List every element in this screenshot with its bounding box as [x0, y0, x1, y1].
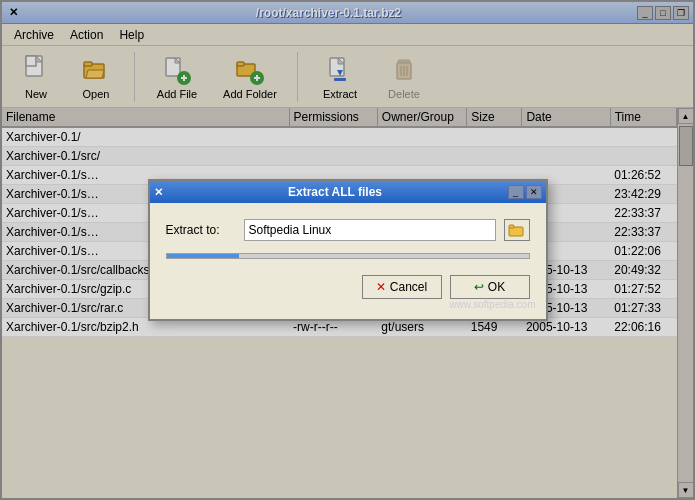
main-window: ✕ /root/xarchiver-0.1.tar.bz2 _ □ ❐ Arch…	[0, 0, 695, 500]
modal-overlay: ✕ Extract ALL files _ ✕ Extract to:	[2, 2, 693, 498]
cancel-icon: ✕	[376, 280, 386, 294]
dialog-close-icon[interactable]: ✕	[154, 186, 163, 199]
ok-icon: ↩	[474, 280, 484, 294]
extract-to-input[interactable]	[244, 219, 496, 241]
dialog-title: Extract ALL files	[163, 185, 508, 199]
dialog-title-bar: ✕ Extract ALL files _ ✕	[150, 181, 546, 203]
progress-bar	[166, 253, 530, 259]
extract-to-row: Extract to:	[166, 219, 530, 241]
extract-dialog: ✕ Extract ALL files _ ✕ Extract to:	[148, 179, 548, 321]
dialog-content: Extract to: ✕	[150, 203, 546, 319]
extract-to-label: Extract to:	[166, 223, 236, 237]
browse-folder-button[interactable]	[504, 219, 530, 241]
svg-rect-26	[509, 225, 514, 228]
ok-label: OK	[488, 280, 505, 294]
cancel-button[interactable]: ✕ Cancel	[362, 275, 442, 299]
dialog-close-btn[interactable]: ✕	[526, 185, 542, 199]
cancel-label: Cancel	[390, 280, 427, 294]
dialog-minimize-btn[interactable]: _	[508, 185, 524, 199]
dialog-buttons: ✕ Cancel ↩ OK	[166, 271, 530, 303]
progress-fill	[167, 254, 239, 258]
ok-button[interactable]: ↩ OK	[450, 275, 530, 299]
